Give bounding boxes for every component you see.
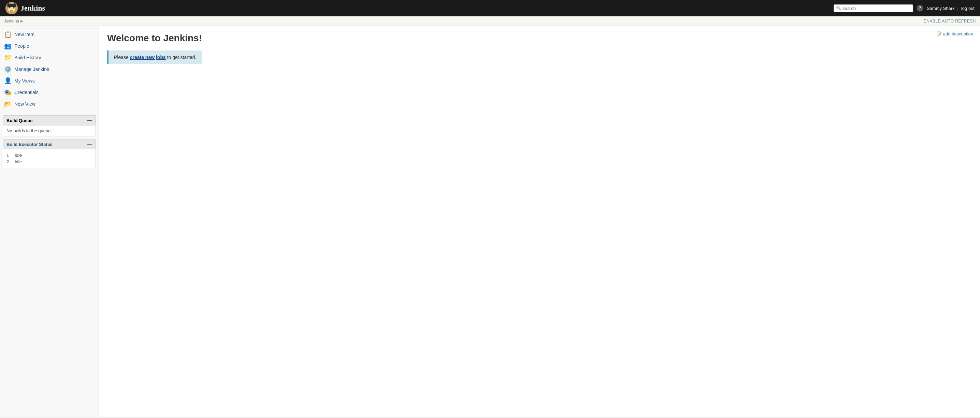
- sidebar-item-manage-jenkins[interactable]: ⚙️Manage Jenkins: [0, 63, 99, 75]
- page-heading: Welcome to Jenkins!: [107, 33, 972, 44]
- jenkins-logo-avatar: [5, 2, 18, 14]
- sidebar-item-people[interactable]: 👥People: [0, 40, 99, 52]
- sidebar-nav: 📋New Item👥People📁Build History⚙️Manage J…: [0, 28, 99, 110]
- build-queue-panel: Build Queue — No builds in the queue.: [3, 115, 96, 136]
- executor-row: 2Idle: [6, 158, 92, 165]
- add-description-label: add description: [943, 32, 973, 36]
- sidebar-label-people: People: [14, 43, 29, 49]
- breadcrumb-bar: Jenkins ▶ ENABLE AUTO REFRESH: [0, 16, 980, 26]
- sidebar-item-build-history[interactable]: 📁Build History: [0, 52, 99, 63]
- header-title: Jenkins: [21, 4, 45, 13]
- main-layout: 📋New Item👥People📁Build History⚙️Manage J…: [0, 26, 980, 416]
- svg-point-6: [10, 11, 13, 13]
- search-input[interactable]: [843, 6, 911, 11]
- sidebar: 📋New Item👥People📁Build History⚙️Manage J…: [0, 26, 99, 416]
- info-suffix: to get started.: [166, 55, 197, 60]
- search-box[interactable]: 🔍: [834, 5, 913, 12]
- executor-row: 1Idle: [6, 152, 92, 158]
- build-executor-panel: Build Executor Status — 1Idle2Idle: [3, 139, 96, 168]
- jenkins-logo-link[interactable]: Jenkins: [5, 2, 45, 14]
- executor-number: 1: [6, 153, 12, 158]
- header: Jenkins 🔍 ? Sammy Shark | log out: [0, 0, 980, 16]
- build-queue-empty: No builds in the queue.: [6, 128, 52, 133]
- breadcrumb-right: ENABLE AUTO REFRESH: [924, 18, 976, 24]
- header-divider: |: [958, 6, 958, 11]
- breadcrumb-arrow: ▶: [21, 19, 23, 23]
- sidebar-icon-manage-jenkins: ⚙️: [4, 65, 11, 73]
- breadcrumb-jenkins-link[interactable]: Jenkins: [4, 18, 19, 24]
- search-icon: 🔍: [836, 6, 841, 11]
- sidebar-item-new-item[interactable]: 📋New Item: [0, 28, 99, 40]
- build-queue-header: Build Queue —: [3, 116, 95, 125]
- build-executor-body: 1Idle2Idle: [3, 149, 95, 168]
- main-content: 📝 add description Welcome to Jenkins! Pl…: [99, 26, 980, 416]
- add-description-button[interactable]: 📝 add description: [936, 32, 973, 36]
- sidebar-icon-new-view: 📂: [4, 100, 11, 108]
- build-executor-header: Build Executor Status —: [3, 139, 95, 149]
- executor-number: 2: [6, 159, 12, 164]
- build-executor-title-link[interactable]: Build Executor Status: [6, 142, 52, 147]
- build-queue-body: No builds in the queue.: [3, 125, 95, 136]
- breadcrumb: Jenkins ▶: [4, 18, 23, 24]
- sidebar-label-my-views: My Views: [14, 78, 35, 84]
- add-description-icon: 📝: [936, 32, 942, 36]
- build-queue-title: Build Queue: [6, 118, 33, 123]
- info-prefix: Please: [114, 55, 130, 60]
- logout-link[interactable]: log out: [961, 6, 975, 11]
- sidebar-icon-my-views: 👤: [4, 77, 11, 85]
- sidebar-item-my-views[interactable]: 👤My Views: [0, 75, 99, 87]
- executor-status: Idle: [15, 159, 22, 164]
- create-new-jobs-link[interactable]: create new jobs: [130, 55, 166, 60]
- sidebar-item-credentials[interactable]: 🎭Credentials: [0, 87, 99, 98]
- sidebar-icon-build-history: 📁: [4, 54, 11, 62]
- sidebar-item-new-view[interactable]: 📂New View: [0, 98, 99, 110]
- executor-status: Idle: [15, 153, 22, 158]
- sidebar-icon-credentials: 🎭: [4, 89, 11, 96]
- svg-rect-9: [8, 4, 16, 7]
- sidebar-icon-new-item: 📋: [4, 31, 11, 38]
- sidebar-label-manage-jenkins: Manage Jenkins: [14, 66, 49, 72]
- sidebar-label-new-item: New Item: [14, 32, 35, 37]
- enable-auto-refresh-link[interactable]: ENABLE AUTO REFRESH: [924, 19, 976, 24]
- build-queue-minimize[interactable]: —: [87, 118, 92, 123]
- sidebar-panels: Build Queue — No builds in the queue. Bu…: [0, 115, 99, 168]
- help-button[interactable]: ?: [916, 5, 923, 12]
- sidebar-label-build-history: Build History: [14, 55, 41, 60]
- sidebar-icon-people: 👥: [4, 42, 11, 50]
- info-box: Please create new jobs to get started.: [107, 51, 202, 64]
- sidebar-label-new-view: New View: [14, 101, 35, 107]
- build-executor-minimize[interactable]: —: [87, 141, 92, 147]
- user-name: Sammy Shark: [927, 6, 955, 11]
- sidebar-label-credentials: Credentials: [14, 90, 38, 95]
